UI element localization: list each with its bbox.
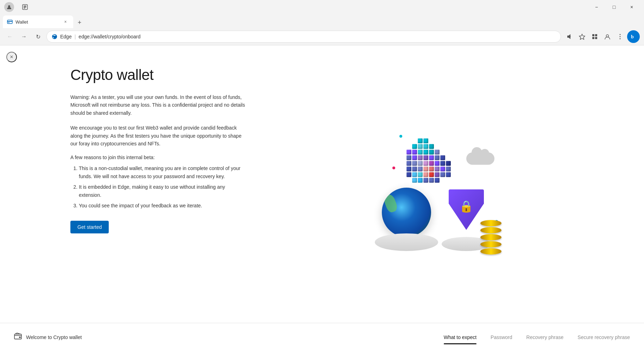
svg-rect-6 (7, 21, 12, 22)
pixel-59 (423, 178, 428, 183)
get-started-button[interactable]: Get started (70, 221, 109, 233)
close-button[interactable]: × (624, 1, 640, 13)
main-content: Crypto wallet Warning: As a tester, you … (0, 45, 644, 323)
pixel-46 (440, 167, 445, 171)
pixel-26 (418, 155, 423, 160)
address-bar[interactable]: Edge | edge://wallet/crypto/onboard (46, 31, 561, 43)
pixel-blocks (406, 138, 451, 183)
back-button[interactable]: ← (4, 31, 15, 42)
pixel-7 (446, 138, 451, 143)
read-aloud-icon[interactable] (564, 31, 575, 42)
refresh-button[interactable]: ↻ (32, 31, 44, 42)
profile-icon[interactable] (4, 2, 14, 12)
pixel-62 (440, 178, 445, 183)
pixel-11 (423, 144, 428, 149)
lock-icon: 🔒 (459, 200, 473, 213)
globe-pedestal (375, 233, 438, 251)
tab-close-btn[interactable]: × (62, 18, 69, 25)
bottom-nav-left: Welcome to Crypto wallet (14, 333, 82, 341)
address-bar-row: ← → ↻ Edge | edge://wallet/crypto/onboar… (0, 28, 644, 45)
pixel-13 (435, 144, 440, 149)
favorites-icon[interactable] (576, 31, 588, 42)
svg-text:b: b (631, 34, 634, 39)
address-bar-separator: | (75, 34, 76, 39)
wallet-tab[interactable]: Wallet × (3, 15, 73, 28)
pixel-49 (412, 172, 417, 177)
step-what-to-expect[interactable]: What to expect (444, 333, 476, 341)
pixel-47 (446, 167, 451, 171)
tab-bar: Wallet × + (0, 14, 644, 28)
bing-icon[interactable]: b (627, 30, 640, 43)
pixel-0 (406, 138, 411, 143)
pixel-15 (446, 144, 451, 149)
reasons-list: This is a non-custodial wallet, meaning … (70, 164, 246, 209)
reasons-title: A few reasons to join this internal beta… (70, 155, 246, 160)
pixel-36 (429, 161, 434, 166)
reason-1: This is a non-custodial wallet, meaning … (79, 164, 246, 180)
pixel-57 (412, 178, 417, 183)
step-recovery-phrase[interactable]: Recovery phrase (526, 333, 564, 341)
vertical-tabs-btn[interactable] (17, 1, 33, 13)
pixel-48 (406, 172, 411, 177)
title-bar-controls: − □ × (588, 1, 640, 13)
pixel-53 (435, 172, 440, 177)
minimize-button[interactable]: − (588, 1, 605, 13)
svg-rect-4 (24, 8, 25, 8)
page-content: × Crypto wallet Warning: As a tester, yo… (0, 45, 644, 351)
svg-rect-3 (24, 7, 26, 7)
pixel-45 (435, 167, 440, 171)
bottom-nav: Welcome to Crypto wallet What to expect … (0, 323, 644, 351)
content-right: 🔒 (260, 59, 616, 323)
profile-button[interactable] (602, 31, 613, 42)
collections-icon[interactable] (589, 31, 600, 42)
edge-logo-icon (52, 34, 57, 39)
coin-5 (480, 220, 501, 226)
pixel-10 (418, 144, 423, 149)
pixel-54 (440, 172, 445, 177)
coin-stack (480, 220, 501, 255)
pixel-40 (406, 167, 411, 171)
shield-shape: 🔒 (449, 189, 484, 230)
pixel-28 (429, 155, 434, 160)
content-left: Crypto wallet Warning: As a tester, you … (70, 59, 246, 323)
pixel-38 (440, 161, 445, 166)
sparkle-cyan-dot (399, 135, 402, 138)
pixel-8 (406, 144, 411, 149)
svg-rect-12 (595, 37, 597, 39)
pixel-44 (429, 167, 434, 171)
step-secure-recovery-phrase[interactable]: Secure recovery phrase (577, 333, 630, 341)
pixel-22 (440, 150, 445, 155)
coin-4 (480, 227, 501, 233)
cloud-illustration (466, 152, 494, 165)
svg-point-15 (620, 36, 621, 37)
wallet-small-icon (14, 333, 22, 341)
pixel-5 (435, 138, 440, 143)
svg-rect-2 (24, 6, 26, 6)
illustration: 🔒 (371, 124, 505, 258)
pixel-50 (418, 172, 423, 177)
pixel-34 (418, 161, 423, 166)
pixel-31 (446, 155, 451, 160)
pixel-33 (412, 161, 417, 166)
pixel-6 (440, 138, 445, 143)
pixel-21 (435, 150, 440, 155)
bottom-nav-steps: What to expect Password Recovery phrase … (444, 333, 630, 341)
svg-rect-7 (8, 22, 10, 23)
pixel-43 (423, 167, 428, 171)
page-close-button[interactable]: × (6, 52, 17, 62)
pixel-56 (406, 178, 411, 183)
pixel-1 (412, 138, 417, 143)
coin-1 (480, 248, 501, 255)
maximize-button[interactable]: □ (606, 1, 622, 13)
address-bar-url: edge://wallet/crypto/onboard (78, 34, 140, 39)
new-tab-button[interactable]: + (74, 17, 85, 28)
svg-point-16 (620, 38, 621, 39)
pixel-35 (423, 161, 428, 166)
pixel-29 (435, 155, 440, 160)
pixel-39 (446, 161, 451, 166)
more-options-button[interactable] (614, 31, 626, 42)
step-password[interactable]: Password (491, 333, 512, 341)
address-bar-edge-label: Edge (60, 34, 72, 39)
shield-illustration: 🔒 (449, 189, 484, 230)
forward-button[interactable]: → (18, 31, 30, 42)
